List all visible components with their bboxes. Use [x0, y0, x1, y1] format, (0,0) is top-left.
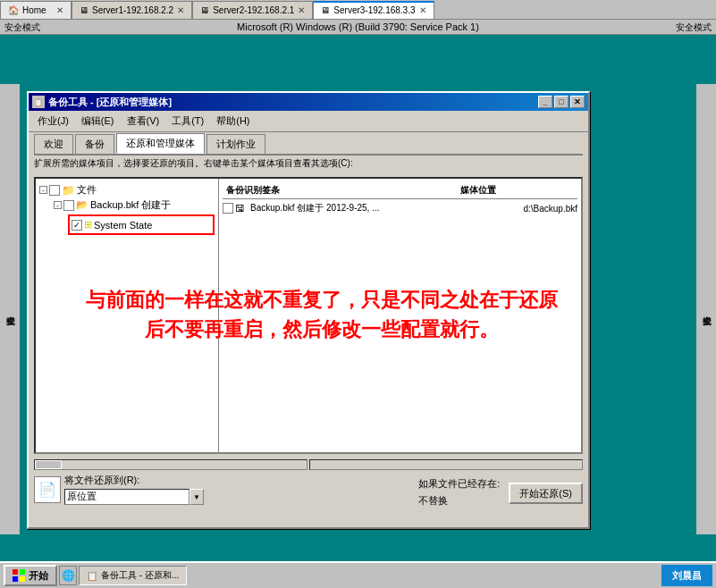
content-area: - 📁 文件 - 📂 Backup.bkf 创建于 — [34, 177, 583, 454]
safe-mode-right-label: 安全模式 — [676, 21, 712, 34]
tab-server1-close[interactable]: ✕ — [177, 5, 184, 15]
tree-expand-root[interactable]: - — [39, 186, 47, 194]
tree-root: - 📁 文件 — [39, 182, 215, 197]
menu-view[interactable]: 查看(V) — [122, 113, 165, 130]
server1-icon: 🖥 — [80, 5, 88, 15]
restore-dropdown-select[interactable]: 原位置 — [64, 489, 190, 505]
toolbar-tabs: 欢迎 备份 还原和管理媒体 计划作业 — [29, 132, 588, 154]
scrollbar-container — [34, 459, 583, 470]
svg-rect-1 — [20, 569, 25, 575]
tab-schedule[interactable]: 计划作业 — [206, 134, 265, 154]
close-button[interactable]: ✕ — [570, 96, 585, 108]
tab-restore[interactable]: 还原和管理媒体 — [116, 133, 205, 154]
tree-system-item: ✓ ⊞ System State — [72, 218, 211, 231]
start-restore-container: 开始还原(S) — [509, 483, 583, 504]
taskbar-backup-label: 备份工具 - 还原和... — [101, 569, 179, 582]
home-icon: 🏠 — [8, 5, 19, 15]
tab-home[interactable]: 🏠 Home ✕ — [0, 1, 72, 19]
header-description: 扩展所需的媒体项目，选择要还原的项目。右键单击某个媒体项目查看其选项(C): — [29, 155, 588, 172]
start-button[interactable]: 开始 — [4, 565, 57, 586]
svg-rect-0 — [13, 569, 18, 575]
if-file-exists-value: 不替换 — [418, 494, 448, 508]
scrollbar-thumb-left[interactable] — [35, 460, 62, 469]
tab-server2-label: Server2-192.168.2.1 — [213, 5, 294, 15]
window-titlebar: 📋 备份工具 - [还原和管理媒体] _ □ ✕ — [29, 93, 588, 111]
restore-label-area: 将文件还原到(R): 原位置 ▼ — [64, 474, 409, 505]
details-row-location: d:\Backup.bkf — [523, 204, 577, 214]
if-file-exists-label: 如果文件已经存在: — [418, 477, 500, 491]
tab-server3[interactable]: 🖥 Server3-192.168.3.3 ✕ — [313, 1, 434, 19]
tab-server1[interactable]: 🖥 Server1-192.168.2.2 ✕ — [72, 1, 192, 19]
tab-server2[interactable]: 🖥 Server2-192.168.2.1 ✕ — [192, 1, 313, 19]
restore-dropdown-arrow[interactable]: ▼ — [190, 489, 204, 505]
tree-subtree: - 📂 Backup.bkf 创建于 ✓ ⊞ System State — [54, 197, 215, 235]
details-header: 备份识别签条 媒体位置 — [223, 182, 577, 199]
taskbar-backup-button[interactable]: 📋 备份工具 - 还原和... — [79, 566, 187, 585]
details-row-1: 🖫 Backup.bkf 创建于 2012-9-25, ... d:\Backu… — [223, 201, 577, 215]
window-title-text: 备份工具 - [还原和管理媒体] — [48, 96, 538, 109]
tab-server2-close[interactable]: ✕ — [298, 5, 305, 15]
taskbar-ie-icon[interactable]: 🌐 — [59, 566, 77, 585]
side-label-left: 安全模式 — [0, 84, 20, 534]
tab-server1-label: Server1-192.168.2.2 — [92, 5, 173, 15]
start-label: 开始 — [29, 569, 48, 583]
tree-expand-backup[interactable]: - — [54, 201, 62, 209]
taskbar-username: 刘晨昌 — [661, 565, 712, 586]
menu-help[interactable]: 帮助(H) — [211, 113, 255, 130]
svg-rect-2 — [13, 576, 18, 582]
start-restore-button[interactable]: 开始还原(S) — [509, 483, 583, 504]
tree-backup-label: Backup.bkf 创建于 — [90, 198, 171, 212]
tree-root-label: 文件 — [77, 183, 97, 197]
ms-title-bar: 安全模式 Microsoft (R) Windows (R) (Build 37… — [0, 20, 716, 35]
safe-mode-left-label: 安全模式 — [4, 21, 40, 34]
restore-section: 📄 将文件还原到(R): 原位置 ▼ — [34, 474, 409, 505]
tree-checkbox-system[interactable]: ✓ — [72, 220, 82, 231]
window-controls: _ □ ✕ — [538, 96, 585, 108]
folder-icon: 📁 — [62, 184, 75, 197]
maximize-button[interactable]: □ — [554, 96, 569, 108]
scrollbar-right[interactable] — [309, 459, 583, 470]
col-backup-id: 备份识别签条 — [223, 182, 457, 198]
taskbar-backup-icon: 📋 — [87, 571, 97, 581]
tab-backup[interactable]: 备份 — [75, 134, 114, 154]
svg-rect-3 — [20, 576, 25, 582]
tab-welcome[interactable]: 欢迎 — [34, 134, 73, 154]
scrollbar-left[interactable] — [34, 459, 307, 470]
restore-dropdown: 原位置 ▼ — [64, 489, 409, 505]
restore-label: 将文件还原到(R): — [64, 474, 409, 487]
browser-tab-bar: 🏠 Home ✕ 🖥 Server1-192.168.2.2 ✕ 🖥 Serve… — [0, 0, 716, 20]
bottom-section: 📄 将文件还原到(R): 原位置 ▼ 如果文件已经存在: 不替换 开始还原(S) — [34, 474, 583, 508]
menu-bar: 作业(J) 编辑(E) 查看(V) 工具(T) 帮助(H) — [29, 111, 588, 132]
restore-info-icon: 📄 — [34, 476, 61, 503]
system-icon: ⊞ — [84, 219, 92, 231]
menu-edit[interactable]: 编辑(E) — [76, 113, 120, 130]
desktop: 安全模式 安全模式 📋 备份工具 - [还原和管理媒体] _ □ ✕ 作业(J)… — [0, 42, 716, 561]
ms-title-text: Microsoft (R) Windows (R) (Build 3790: S… — [237, 21, 479, 32]
details-row-label: Backup.bkf 创建于 2012-9-25, ... — [250, 202, 512, 214]
details-checkbox-1[interactable] — [223, 203, 233, 214]
start-logo-icon — [13, 569, 25, 582]
side-label-right: 安全模式 — [696, 84, 716, 534]
tree-backup-item: - 📂 Backup.bkf 创建于 — [54, 197, 215, 213]
backup-folder-icon: 📂 — [76, 199, 88, 211]
col-media-location: 媒体位置 — [457, 182, 577, 198]
server2-icon: 🖥 — [200, 5, 209, 15]
tree-checkbox-backup[interactable] — [63, 200, 74, 211]
details-panel: 备份识别签条 媒体位置 🖫 Backup.bkf 创建于 2012-9-25, … — [219, 179, 581, 452]
server3-icon: 🖥 — [321, 5, 330, 15]
tree-system-label: System State — [94, 220, 152, 231]
tab-home-close[interactable]: ✕ — [56, 5, 63, 15]
tape-icon: 🖫 — [235, 203, 245, 214]
minimize-button[interactable]: _ — [538, 96, 552, 108]
file-exists-section: 如果文件已经存在: 不替换 — [418, 477, 500, 508]
taskbar: 开始 🌐 📋 备份工具 - 还原和... 刘晨昌 — [0, 561, 716, 588]
main-window: 📋 备份工具 - [还原和管理媒体] _ □ ✕ 作业(J) 编辑(E) 查看(… — [27, 91, 590, 529]
window-title-icon: 📋 — [32, 96, 45, 108]
tab-server3-close[interactable]: ✕ — [419, 5, 426, 15]
menu-tools[interactable]: 工具(T) — [166, 113, 209, 130]
menu-job[interactable]: 作业(J) — [32, 113, 74, 130]
tree-system-subtree: ✓ ⊞ System State — [68, 214, 215, 235]
tree-panel: - 📁 文件 - 📂 Backup.bkf 创建于 — [36, 179, 219, 452]
tree-checkbox-root[interactable] — [49, 185, 60, 196]
red-highlight-box: ✓ ⊞ System State — [68, 214, 215, 235]
